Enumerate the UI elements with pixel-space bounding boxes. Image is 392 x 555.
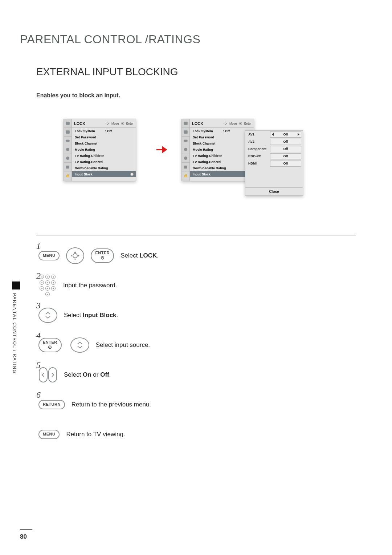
enter-dot-icon xyxy=(239,122,242,125)
osd-title: LOCK xyxy=(192,121,203,126)
svg-rect-15 xyxy=(184,175,187,177)
osd-panel-after: LOCK Move Enter Lock System: Off Set Pas… xyxy=(181,119,254,181)
step-2: 2 Input the password. xyxy=(36,276,372,295)
svg-rect-14 xyxy=(184,166,187,168)
hint-move: Move xyxy=(229,122,237,125)
popup-row: ComponentOff xyxy=(245,145,303,153)
category-icon xyxy=(182,119,189,128)
up-down-icon xyxy=(70,337,89,353)
svg-rect-2 xyxy=(66,140,70,142)
step-6: 6 RETURN Return to the previous menu. xyxy=(36,395,372,414)
step-text: Select Input Block. xyxy=(64,312,118,319)
osd-item: Set Password xyxy=(72,134,136,140)
osd-item-selected: Input Block xyxy=(72,171,136,177)
osd-item: TV Rating-Children xyxy=(190,153,254,159)
step-number: 4 xyxy=(36,331,41,340)
category-icon xyxy=(182,145,189,154)
return-button-icon: RETURN xyxy=(38,400,65,409)
step-1: 1 MENU ENTER⊙ Select LOCK. xyxy=(36,246,372,265)
lock-icon xyxy=(182,171,189,180)
category-icon xyxy=(64,128,72,137)
category-icon xyxy=(182,128,189,137)
hint-enter: Enter xyxy=(244,122,252,125)
menu-button-icon: MENU xyxy=(38,430,60,439)
category-icon xyxy=(64,145,72,154)
left-right-icon xyxy=(36,366,60,383)
enter-button-icon: ENTER⊙ xyxy=(91,248,114,263)
side-tab: PARENTAL CONTROL / RATING xyxy=(12,281,20,390)
category-icon xyxy=(182,137,189,145)
section-title: EXTERNAL INPUT BLOCKING xyxy=(36,66,372,78)
osd-illustration: LOCK Move Enter Lock System: Off Set Pas… xyxy=(64,119,372,202)
svg-point-16 xyxy=(73,254,77,258)
step-text: Input the password. xyxy=(63,282,117,289)
osd-category-strip xyxy=(182,119,190,181)
svg-rect-9 xyxy=(184,130,188,133)
step-text: Return to TV viewing. xyxy=(66,431,125,438)
svg-rect-1 xyxy=(66,130,70,133)
dpad-icon xyxy=(223,121,227,125)
osd-item: Block Channel xyxy=(72,140,136,146)
side-tab-label: PARENTAL CONTROL / RATING xyxy=(12,293,17,374)
osd-item: Downloadable Rating xyxy=(190,165,254,171)
osd-item: Lock System: Off xyxy=(72,128,136,134)
osd-title: LOCK xyxy=(74,121,85,126)
arrow-right-icon xyxy=(156,146,168,153)
lock-icon xyxy=(64,171,72,180)
footer-rule xyxy=(20,529,32,530)
svg-point-4 xyxy=(67,149,68,150)
svg-rect-0 xyxy=(66,122,70,125)
popup-row-selected: AV1 Off xyxy=(245,131,303,138)
dpad-icon xyxy=(66,247,84,264)
osd-item: Downloadable Rating xyxy=(72,165,136,171)
dpad-icon xyxy=(105,121,109,125)
page-number: 80 xyxy=(20,533,27,540)
instruction-steps: 1 MENU ENTER⊙ Select LOCK. 2 Input the p… xyxy=(36,246,372,444)
step-number: 6 xyxy=(36,390,41,400)
osd-item: TV Rating-General xyxy=(190,159,254,165)
osd-item: Movie Rating xyxy=(72,146,136,153)
osd-item-selected: Input Block xyxy=(190,171,254,177)
popup-row: AV2Off xyxy=(245,138,303,145)
svg-rect-10 xyxy=(184,140,188,142)
section-description: Enables you to block an input. xyxy=(36,92,372,99)
category-icon xyxy=(182,154,189,163)
number-keypad-icon xyxy=(38,275,57,296)
menu-button-icon: MENU xyxy=(38,251,60,260)
step-text: Select input source. xyxy=(96,341,150,349)
svg-point-12 xyxy=(185,149,186,150)
osd-item: Lock System: Off xyxy=(190,128,254,134)
category-icon xyxy=(64,163,72,171)
step-number: 1 xyxy=(36,241,41,251)
arrow-right-icon xyxy=(298,133,299,136)
osd-item: Block Channel xyxy=(190,140,254,146)
up-down-icon xyxy=(38,308,57,323)
osd-item: TV Rating-General xyxy=(72,159,136,165)
popup-row: RGB-PCOff xyxy=(245,153,303,160)
arrow-left-icon xyxy=(272,133,274,136)
enter-dot-icon xyxy=(121,122,124,125)
popup-close: Close xyxy=(245,187,303,195)
step-number: 3 xyxy=(36,301,41,311)
svg-rect-6 xyxy=(66,166,69,168)
popup-row: HDMIOff xyxy=(245,160,303,167)
page-title: PARENTAL CONTROL /RATINGS xyxy=(20,33,372,46)
step-number: 2 xyxy=(36,271,41,281)
category-icon xyxy=(64,119,72,128)
osd-panel-before: LOCK Move Enter Lock System: Off Set Pas… xyxy=(64,119,136,181)
category-icon xyxy=(182,163,189,171)
svg-rect-7 xyxy=(66,175,69,177)
category-icon xyxy=(64,137,72,145)
input-block-popup: AV1 Off AV2Off ComponentOff RGB-PCOff HD… xyxy=(245,130,303,196)
divider xyxy=(36,235,356,235)
step-5: 5 Select On or Off. xyxy=(36,365,372,384)
step-3: 3 Select Input Block. xyxy=(36,306,372,325)
svg-rect-8 xyxy=(184,122,188,125)
step-text: Select On or Off. xyxy=(64,371,111,378)
osd-item: Movie Rating xyxy=(190,146,254,153)
enter-indicator-icon xyxy=(130,173,134,176)
step-text: Select LOCK. xyxy=(121,252,159,259)
step-4: 4 ENTER⊙ Select input source. xyxy=(36,336,372,355)
category-icon xyxy=(64,154,72,163)
side-tab-marker xyxy=(12,281,20,289)
